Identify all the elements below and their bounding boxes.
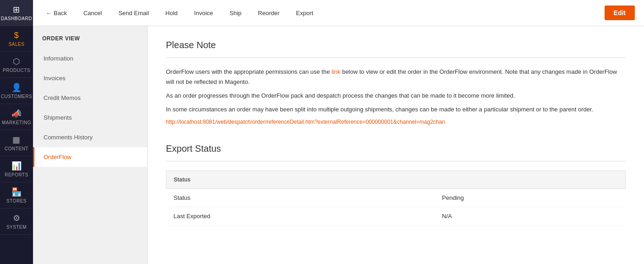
please-note-title: Please Note bbox=[166, 40, 626, 50]
cancel-button[interactable]: Cancel bbox=[80, 8, 105, 18]
row-label-status: Status bbox=[166, 189, 435, 207]
sales-icon: $ bbox=[14, 31, 19, 40]
ship-button[interactable]: Ship bbox=[226, 8, 245, 18]
table-row: Status Pending bbox=[166, 189, 626, 207]
export-divider bbox=[166, 161, 626, 161]
sidebar-item-label: MARKETING bbox=[2, 120, 31, 125]
sidebar-item-content[interactable]: ▦ CONTENT bbox=[0, 130, 33, 156]
back-arrow-icon: ← bbox=[46, 10, 52, 16]
stores-icon: 🏪 bbox=[11, 187, 22, 197]
orderflow-link[interactable]: link bbox=[331, 68, 341, 75]
left-nav-title: ORDER VIEW bbox=[33, 35, 147, 49]
nav-item-comments-history[interactable]: Comments History bbox=[33, 127, 147, 147]
sidebar-item-reports[interactable]: 📊 REPORTS bbox=[0, 156, 33, 182]
dashboard-icon: ⊞ bbox=[13, 5, 20, 15]
orderflow-url[interactable]: http://localhost:8081/web/despatch/order… bbox=[166, 119, 445, 125]
products-icon: ⬡ bbox=[13, 56, 21, 66]
reorder-button[interactable]: Reorder bbox=[254, 8, 283, 18]
col-header-status: Status bbox=[166, 171, 435, 189]
note-paragraph-1: OrderFlow users with the appropriate per… bbox=[166, 67, 626, 87]
nav-item-credit-memos[interactable]: Credit Memos bbox=[33, 88, 147, 108]
export-button[interactable]: Export bbox=[292, 8, 317, 18]
sidebar-item-products[interactable]: ⬡ PRODUCTS bbox=[0, 52, 33, 78]
sidebar-item-label: CONTENT bbox=[5, 146, 28, 151]
export-status-section: Export Status Status Status Pending bbox=[166, 143, 626, 226]
toolbar: ← Back Cancel Send Email Hold Invoice Sh… bbox=[33, 0, 644, 26]
row-label-last-exported: Last Exported bbox=[166, 207, 435, 226]
sidebar-item-customers[interactable]: 👤 CUSTOMERS bbox=[0, 78, 33, 104]
edit-button[interactable]: Edit bbox=[605, 6, 635, 20]
content-area: ORDER VIEW Information Invoices Credit M… bbox=[33, 26, 644, 264]
hold-button[interactable]: Hold bbox=[162, 8, 182, 18]
invoice-button[interactable]: Invoice bbox=[191, 8, 217, 18]
nav-item-orderflow[interactable]: OrderFlow bbox=[33, 147, 147, 167]
sidebar-item-label: CUSTOMERS bbox=[1, 94, 32, 99]
main-panel: Please Note OrderFlow users with the app… bbox=[148, 26, 644, 264]
row-value-last-exported: N/A bbox=[435, 207, 625, 226]
marketing-icon: 📣 bbox=[11, 109, 22, 119]
send-email-button[interactable]: Send Email bbox=[115, 8, 152, 18]
sidebar-item-dashboard[interactable]: ⊞ DASHBOARD bbox=[0, 0, 33, 26]
sidebar-item-stores[interactable]: 🏪 STORES bbox=[0, 182, 33, 209]
sidebar-item-label: SYSTEM bbox=[6, 225, 27, 230]
nav-item-shipments[interactable]: Shipments bbox=[33, 108, 147, 127]
export-status-table: Status Status Pending Last Exported N/A bbox=[166, 170, 626, 226]
sidebar-item-sales[interactable]: $ SALES bbox=[0, 26, 33, 52]
col-header-value bbox=[435, 171, 625, 189]
table-header-row: Status bbox=[166, 171, 626, 189]
main-container: ← Back Cancel Send Email Hold Invoice Sh… bbox=[33, 0, 644, 264]
reports-icon: 📊 bbox=[11, 161, 22, 171]
table-row: Last Exported N/A bbox=[166, 207, 626, 226]
nav-item-invoices[interactable]: Invoices bbox=[33, 68, 147, 88]
sidebar-item-marketing[interactable]: 📣 MARKETING bbox=[0, 104, 33, 130]
please-note-section: Please Note OrderFlow users with the app… bbox=[166, 40, 626, 125]
system-icon: ⚙ bbox=[13, 213, 21, 223]
note-paragraph-2: As an order progresses through the Order… bbox=[166, 91, 626, 101]
sidebar-item-label: SALES bbox=[9, 42, 25, 47]
sidebar-item-label: DASHBOARD bbox=[1, 16, 32, 21]
sidebar-item-label: REPORTS bbox=[5, 172, 28, 177]
sidebar-item-label: STORES bbox=[6, 198, 27, 204]
back-button[interactable]: ← Back bbox=[42, 8, 71, 18]
export-status-title: Export Status bbox=[166, 143, 626, 154]
sidebar-item-label: PRODUCTS bbox=[3, 68, 30, 73]
customers-icon: 👤 bbox=[11, 82, 22, 93]
nav-item-information[interactable]: Information bbox=[33, 49, 147, 68]
left-nav: ORDER VIEW Information Invoices Credit M… bbox=[33, 26, 148, 264]
row-value-status: Pending bbox=[435, 189, 625, 207]
sidebar: ⊞ DASHBOARD $ SALES ⬡ PRODUCTS 👤 CUSTOME… bbox=[0, 0, 33, 264]
note-divider bbox=[166, 57, 626, 58]
note-paragraph-3: In some circumstances an order may have … bbox=[166, 104, 626, 115]
content-icon: ▦ bbox=[12, 135, 21, 145]
sidebar-item-system[interactable]: ⚙ SYSTEM bbox=[0, 209, 33, 235]
